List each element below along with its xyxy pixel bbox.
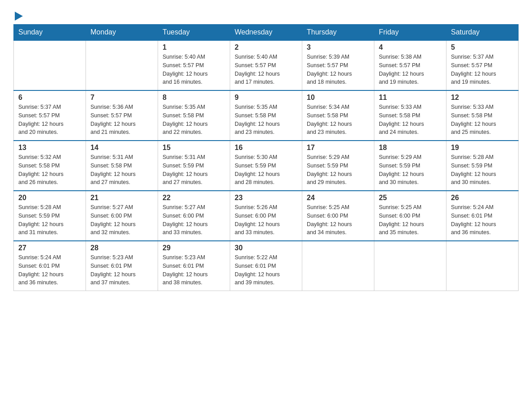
day-number: 1 — [163, 43, 225, 51]
day-info: Sunrise: 5:35 AMSunset: 5:58 PMDaylight:… — [235, 103, 297, 137]
day-number: 18 — [379, 144, 442, 152]
calendar-cell: 25Sunrise: 5:25 AMSunset: 6:00 PMDayligh… — [374, 191, 446, 241]
day-number: 23 — [235, 194, 297, 202]
day-info: Sunrise: 5:31 AMSunset: 5:59 PMDaylight:… — [163, 153, 225, 187]
day-number: 17 — [307, 144, 369, 152]
calendar-cell — [302, 241, 374, 291]
day-info: Sunrise: 5:22 AMSunset: 6:01 PMDaylight:… — [235, 253, 297, 287]
calendar-cell: 20Sunrise: 5:28 AMSunset: 5:59 PMDayligh… — [14, 191, 86, 241]
calendar-cell: 10Sunrise: 5:34 AMSunset: 5:58 PMDayligh… — [302, 90, 374, 141]
calendar-cell: 4Sunrise: 5:38 AMSunset: 5:57 PMDaylight… — [374, 40, 446, 90]
calendar-header-row: SundayMondayTuesdayWednesdayThursdayFrid… — [14, 25, 519, 41]
day-info: Sunrise: 5:39 AMSunset: 5:57 PMDaylight:… — [307, 53, 369, 86]
calendar-week-row: 20Sunrise: 5:28 AMSunset: 5:59 PMDayligh… — [14, 191, 519, 241]
day-info: Sunrise: 5:37 AMSunset: 5:57 PMDaylight:… — [451, 53, 514, 86]
day-number: 15 — [163, 144, 225, 152]
day-number: 30 — [235, 244, 297, 252]
day-number: 26 — [451, 194, 514, 202]
calendar-week-row: 1Sunrise: 5:40 AMSunset: 5:57 PMDaylight… — [14, 40, 519, 90]
day-number: 20 — [18, 194, 81, 202]
day-number: 24 — [307, 194, 369, 202]
calendar-cell: 5Sunrise: 5:37 AMSunset: 5:57 PMDaylight… — [446, 40, 519, 90]
day-info: Sunrise: 5:25 AMSunset: 6:00 PMDaylight:… — [307, 203, 369, 237]
weekday-header-wednesday: Wednesday — [230, 25, 302, 41]
day-number: 19 — [451, 144, 514, 152]
calendar-cell — [374, 241, 446, 291]
calendar-cell: 3Sunrise: 5:39 AMSunset: 5:57 PMDaylight… — [302, 40, 374, 90]
day-number: 8 — [163, 94, 225, 102]
weekday-header-saturday: Saturday — [446, 25, 519, 41]
day-info: Sunrise: 5:24 AMSunset: 6:01 PMDaylight:… — [451, 203, 514, 237]
day-info: Sunrise: 5:27 AMSunset: 6:00 PMDaylight:… — [90, 203, 153, 237]
day-info: Sunrise: 5:33 AMSunset: 5:58 PMDaylight:… — [379, 103, 442, 137]
day-number: 11 — [379, 94, 442, 102]
calendar-cell: 6Sunrise: 5:37 AMSunset: 5:57 PMDaylight… — [14, 90, 86, 141]
weekday-header-monday: Monday — [86, 25, 158, 41]
day-number: 3 — [307, 43, 369, 51]
day-info: Sunrise: 5:29 AMSunset: 5:59 PMDaylight:… — [379, 153, 442, 187]
day-info: Sunrise: 5:37 AMSunset: 5:57 PMDaylight:… — [18, 103, 81, 137]
day-info: Sunrise: 5:32 AMSunset: 5:58 PMDaylight:… — [18, 153, 81, 187]
svg-marker-0 — [15, 12, 23, 21]
calendar-cell: 18Sunrise: 5:29 AMSunset: 5:59 PMDayligh… — [374, 141, 446, 191]
calendar-cell — [14, 40, 86, 90]
calendar-cell: 21Sunrise: 5:27 AMSunset: 6:00 PMDayligh… — [86, 191, 158, 241]
day-number: 9 — [235, 94, 297, 102]
day-number: 25 — [379, 194, 442, 202]
calendar-cell: 24Sunrise: 5:25 AMSunset: 6:00 PMDayligh… — [302, 191, 374, 241]
day-info: Sunrise: 5:28 AMSunset: 5:59 PMDaylight:… — [18, 203, 81, 237]
day-info: Sunrise: 5:35 AMSunset: 5:58 PMDaylight:… — [163, 103, 225, 137]
day-info: Sunrise: 5:40 AMSunset: 5:57 PMDaylight:… — [163, 53, 225, 86]
day-number: 7 — [90, 94, 153, 102]
day-info: Sunrise: 5:23 AMSunset: 6:01 PMDaylight:… — [90, 253, 153, 287]
day-number: 22 — [163, 194, 225, 202]
calendar-week-row: 13Sunrise: 5:32 AMSunset: 5:58 PMDayligh… — [14, 141, 519, 191]
calendar-week-row: 6Sunrise: 5:37 AMSunset: 5:57 PMDaylight… — [14, 90, 519, 141]
calendar-table: SundayMondayTuesdayWednesdayThursdayFrid… — [13, 24, 519, 291]
day-info: Sunrise: 5:23 AMSunset: 6:01 PMDaylight:… — [163, 253, 225, 287]
day-number: 28 — [90, 244, 153, 252]
calendar-cell: 9Sunrise: 5:35 AMSunset: 5:58 PMDaylight… — [230, 90, 302, 141]
day-number: 2 — [235, 43, 297, 51]
day-info: Sunrise: 5:28 AMSunset: 5:59 PMDaylight:… — [451, 153, 514, 187]
day-number: 4 — [379, 43, 442, 51]
calendar-week-row: 27Sunrise: 5:24 AMSunset: 6:01 PMDayligh… — [14, 241, 519, 291]
day-info: Sunrise: 5:30 AMSunset: 5:59 PMDaylight:… — [235, 153, 297, 187]
calendar-cell: 11Sunrise: 5:33 AMSunset: 5:58 PMDayligh… — [374, 90, 446, 141]
logo — [13, 9, 23, 20]
calendar-cell: 15Sunrise: 5:31 AMSunset: 5:59 PMDayligh… — [158, 141, 230, 191]
calendar-cell: 17Sunrise: 5:29 AMSunset: 5:59 PMDayligh… — [302, 141, 374, 191]
calendar-cell: 29Sunrise: 5:23 AMSunset: 6:01 PMDayligh… — [158, 241, 230, 291]
calendar-cell: 22Sunrise: 5:27 AMSunset: 6:00 PMDayligh… — [158, 191, 230, 241]
day-info: Sunrise: 5:34 AMSunset: 5:58 PMDaylight:… — [307, 103, 369, 137]
calendar-cell: 2Sunrise: 5:40 AMSunset: 5:57 PMDaylight… — [230, 40, 302, 90]
day-number: 14 — [90, 144, 153, 152]
day-number: 13 — [18, 144, 81, 152]
calendar-cell: 30Sunrise: 5:22 AMSunset: 6:01 PMDayligh… — [230, 241, 302, 291]
day-info: Sunrise: 5:29 AMSunset: 5:59 PMDaylight:… — [307, 153, 369, 187]
day-number: 10 — [307, 94, 369, 102]
day-info: Sunrise: 5:33 AMSunset: 5:58 PMDaylight:… — [451, 103, 514, 137]
calendar-cell: 13Sunrise: 5:32 AMSunset: 5:58 PMDayligh… — [14, 141, 86, 191]
calendar-cell — [86, 40, 158, 90]
day-number: 29 — [163, 244, 225, 252]
calendar-cell: 27Sunrise: 5:24 AMSunset: 6:01 PMDayligh… — [14, 241, 86, 291]
calendar-cell: 23Sunrise: 5:26 AMSunset: 6:00 PMDayligh… — [230, 191, 302, 241]
calendar-cell: 14Sunrise: 5:31 AMSunset: 5:58 PMDayligh… — [86, 141, 158, 191]
day-info: Sunrise: 5:24 AMSunset: 6:01 PMDaylight:… — [18, 253, 81, 287]
calendar-cell: 19Sunrise: 5:28 AMSunset: 5:59 PMDayligh… — [446, 141, 519, 191]
calendar-cell — [446, 241, 519, 291]
calendar-cell: 12Sunrise: 5:33 AMSunset: 5:58 PMDayligh… — [446, 90, 519, 141]
calendar-cell: 28Sunrise: 5:23 AMSunset: 6:01 PMDayligh… — [86, 241, 158, 291]
calendar-cell: 26Sunrise: 5:24 AMSunset: 6:01 PMDayligh… — [446, 191, 519, 241]
calendar-cell: 7Sunrise: 5:36 AMSunset: 5:57 PMDaylight… — [86, 90, 158, 141]
calendar-cell: 16Sunrise: 5:30 AMSunset: 5:59 PMDayligh… — [230, 141, 302, 191]
page-header — [13, 9, 519, 20]
day-number: 12 — [451, 94, 514, 102]
logo-arrow-icon — [15, 12, 23, 21]
weekday-header-tuesday: Tuesday — [158, 25, 230, 41]
weekday-header-friday: Friday — [374, 25, 446, 41]
day-number: 21 — [90, 194, 153, 202]
day-number: 5 — [451, 43, 514, 51]
weekday-header-sunday: Sunday — [14, 25, 86, 41]
